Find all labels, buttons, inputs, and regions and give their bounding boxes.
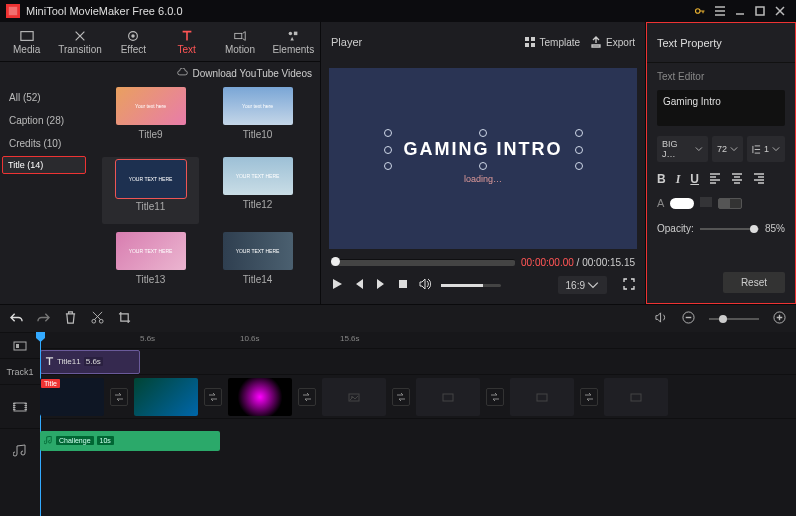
audio-clip[interactable]: Challenge 10s (40, 431, 220, 451)
thumb-title11[interactable]: YOUR TEXT HERETitle11 (102, 157, 199, 224)
volume-slider[interactable] (441, 284, 501, 287)
text-color-swatch[interactable] (670, 198, 694, 209)
crop-button[interactable] (118, 311, 131, 326)
template-button[interactable]: Template (524, 36, 581, 48)
resize-handle[interactable] (479, 129, 487, 137)
thumb-title12[interactable]: YOUR TEXT HERETitle12 (209, 157, 306, 224)
tab-motion[interactable]: Motion (213, 22, 266, 62)
export-button[interactable]: Export (590, 36, 635, 48)
reset-button[interactable]: Reset (723, 272, 785, 293)
empty-slot[interactable] (510, 378, 574, 416)
resize-handle[interactable] (479, 162, 487, 170)
preview-viewport[interactable]: GAMING INTRO loading… (329, 68, 637, 249)
resize-handle[interactable] (575, 129, 583, 137)
opacity-handle[interactable] (750, 225, 758, 233)
align-right-button[interactable] (753, 172, 765, 187)
tab-transition[interactable]: Transition (53, 22, 106, 62)
size-select[interactable]: 72 (712, 136, 743, 162)
tab-text[interactable]: Text (160, 22, 213, 62)
align-left-button[interactable] (709, 172, 721, 187)
resize-handle[interactable] (384, 129, 392, 137)
tab-media[interactable]: Media (0, 22, 53, 62)
music-note-icon (44, 436, 53, 445)
transition-slot[interactable] (298, 388, 316, 406)
loading-label: loading… (464, 174, 502, 184)
asset-browser: Media Transition Effect Text Motion Elem… (0, 22, 320, 304)
category-all[interactable]: All (52) (2, 87, 86, 108)
empty-slot[interactable] (322, 378, 386, 416)
bg-color-swatch[interactable] (718, 198, 742, 209)
key-icon[interactable] (690, 1, 710, 21)
title-bar: MiniTool MovieMaker Free 6.0.0 (0, 0, 796, 22)
playhead[interactable] (40, 332, 41, 516)
opacity-slider[interactable] (700, 228, 759, 230)
redo-button[interactable] (37, 311, 50, 326)
transition-slot[interactable] (110, 388, 128, 406)
tab-effect[interactable]: Effect (107, 22, 160, 62)
svg-point-15 (92, 319, 96, 323)
title-thumbnails: Your text hereTitle9 Your text hereTitle… (88, 81, 320, 304)
svg-point-16 (99, 319, 103, 323)
italic-button[interactable]: I (676, 172, 681, 187)
thumb-title14[interactable]: YOUR TEXT HERETitle14 (209, 232, 306, 294)
category-title[interactable]: Title (14) (2, 156, 86, 174)
menu-icon[interactable] (710, 1, 730, 21)
text-clip[interactable]: Title115.6s (40, 350, 140, 374)
stop-button[interactable] (397, 278, 409, 292)
next-button[interactable] (375, 278, 387, 292)
transition-slot[interactable] (392, 388, 410, 406)
zoom-out-button[interactable] (682, 311, 695, 326)
delete-button[interactable] (64, 311, 77, 326)
scrub-bar[interactable] (331, 259, 515, 266)
category-caption[interactable]: Caption (28) (2, 110, 86, 131)
bold-button[interactable]: B (657, 172, 666, 187)
cut-button[interactable] (91, 311, 104, 326)
minimize-button[interactable] (730, 1, 750, 21)
resize-handle[interactable] (575, 162, 583, 170)
zoom-slider[interactable] (709, 318, 759, 320)
svg-rect-21 (14, 403, 26, 411)
prev-button[interactable] (353, 278, 365, 292)
text-overlay[interactable]: GAMING INTRO (388, 133, 579, 166)
aspect-select[interactable]: 16:9 (558, 276, 607, 294)
resize-handle[interactable] (384, 162, 392, 170)
linespace-select[interactable]: 1 (747, 136, 785, 162)
video-clip[interactable] (228, 378, 292, 416)
transition-slot[interactable] (486, 388, 504, 406)
transition-slot[interactable] (580, 388, 598, 406)
underline-button[interactable]: U (690, 172, 699, 187)
audio-track[interactable]: Challenge 10s (40, 418, 796, 462)
resize-handle[interactable] (575, 146, 583, 154)
video-clip[interactable]: Title (40, 378, 104, 416)
undo-button[interactable] (10, 311, 23, 326)
align-center-button[interactable] (731, 172, 743, 187)
thumb-title10[interactable]: Your text hereTitle10 (209, 87, 306, 149)
maximize-button[interactable] (750, 1, 770, 21)
tab-elements[interactable]: Elements (267, 22, 320, 62)
svg-point-1 (696, 9, 701, 14)
video-track[interactable]: Title (40, 374, 796, 418)
category-credits[interactable]: Credits (10) (2, 133, 86, 154)
empty-slot[interactable] (416, 378, 480, 416)
zoom-handle[interactable] (719, 315, 727, 323)
volume-icon[interactable] (419, 278, 431, 292)
text-color-icon: A (657, 197, 664, 209)
opacity-value: 85% (765, 223, 785, 234)
download-youtube-link[interactable]: Download YouTube Videos (192, 68, 312, 79)
zoom-in-button[interactable] (773, 311, 786, 326)
resize-handle[interactable] (384, 146, 392, 154)
empty-slot[interactable] (604, 378, 668, 416)
thumb-title13[interactable]: YOUR TEXT HERETitle13 (102, 232, 199, 294)
text-editor-input[interactable]: Gaming Intro (657, 90, 785, 126)
fullscreen-button[interactable] (623, 278, 635, 292)
time-ruler[interactable]: 5.6s 10.6s 15.6s (40, 332, 796, 348)
play-button[interactable] (331, 278, 343, 292)
transition-slot[interactable] (204, 388, 222, 406)
thumb-title9[interactable]: Your text hereTitle9 (102, 87, 199, 149)
video-clip[interactable] (134, 378, 198, 416)
close-button[interactable] (770, 1, 790, 21)
font-select[interactable]: BIG J… (657, 136, 708, 162)
text-track[interactable]: Title115.6s (40, 348, 796, 374)
scrub-handle[interactable] (331, 257, 340, 266)
speaker-icon[interactable] (655, 311, 668, 326)
